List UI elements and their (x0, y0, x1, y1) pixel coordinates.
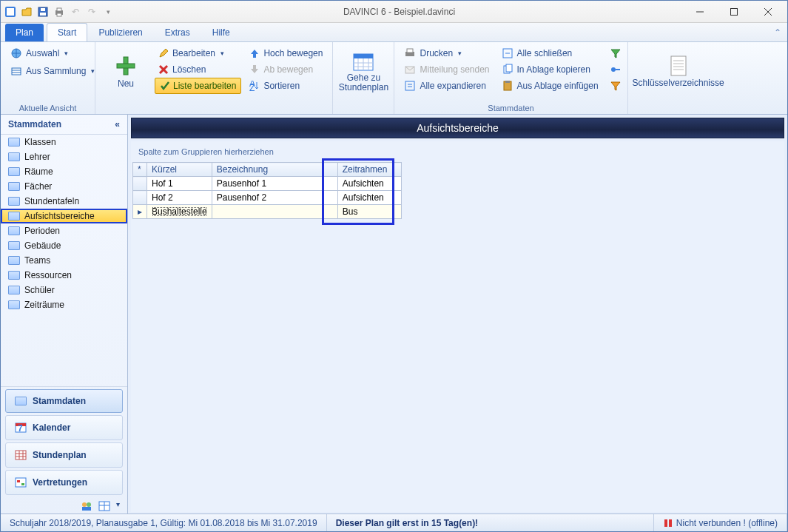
sidebar-item-label: Gebäude (24, 240, 61, 251)
expand-icon (404, 80, 416, 92)
aus-ablage-button[interactable]: Aus Ablage einfügen (498, 78, 602, 94)
tab-extras[interactable]: Extras (154, 23, 201, 41)
ab-label: Ab bewegen (263, 64, 313, 75)
editing-cell[interactable]: Bushaltestelle (152, 206, 207, 217)
sidebar-nav: Stammdaten 7 Kalender Stundenplan Vertre… (1, 386, 127, 515)
neu-button[interactable]: Neu (101, 45, 150, 98)
sidebar-item-raeume[interactable]: Räume (1, 164, 127, 179)
cell-kuerzel[interactable]: Hof 2 (147, 191, 212, 205)
cell-bezeichnung[interactable]: Pausenhof 1 (212, 177, 337, 191)
filter-icon[interactable] (610, 45, 622, 61)
plus-icon (114, 54, 138, 78)
svg-rect-66 (669, 519, 672, 527)
table-row[interactable]: Hof 1 Pausenhof 1 Aufsichten (133, 177, 402, 191)
loeschen-label: Löschen (172, 64, 206, 75)
row-indicator (133, 191, 147, 205)
sidebar-item-perioden[interactable]: Perioden (1, 223, 127, 238)
gehe-zu-label: Gehe zu Stundenplan (339, 73, 388, 92)
cell-kuerzel[interactable]: Hof 1 (147, 177, 212, 191)
redo-icon[interactable]: ↷ (85, 5, 98, 18)
collapse-icon (502, 47, 513, 59)
nav-kalender[interactable]: 7 Kalender (5, 415, 123, 440)
cell-bezeichnung[interactable]: Pausenhof 2 (212, 191, 337, 205)
tool-icon-1[interactable] (610, 61, 622, 78)
cell-zeitrahmen[interactable]: Aufsichten (337, 177, 401, 191)
sortieren-button[interactable]: AZ Sortieren (246, 78, 326, 94)
sidebar-item-gebaeude[interactable]: Gebäude (1, 238, 127, 253)
data-grid[interactable]: * Kürzel Bezeichnung Zeitrahmen Hof 1 Pa… (132, 162, 402, 219)
open-icon[interactable] (20, 5, 33, 18)
hoch-label: Hoch bewegen (263, 48, 323, 58)
group-label-ansicht: Aktuelle Ansicht (7, 102, 89, 112)
print-icon[interactable] (53, 5, 66, 18)
folder-icon (8, 197, 20, 206)
col-header-kuerzel[interactable]: Kürzel (147, 163, 212, 177)
qat-dropdown-icon[interactable]: ▾ (101, 5, 115, 18)
schluesselverzeichnisse-button[interactable]: Schlüsselverzeichnisse (634, 45, 723, 98)
alle-schliessen-button[interactable]: Alle schließen (498, 45, 602, 61)
cell-zeitrahmen[interactable]: Aufsichten (337, 191, 401, 205)
sidebar-item-ressourcen[interactable]: Ressourcen (1, 268, 127, 283)
group-by-hint[interactable]: Spalte zum Gruppieren hierherziehen (131, 141, 784, 162)
alle-expandieren-button[interactable]: Alle expandieren (400, 78, 493, 94)
cell-bezeichnung[interactable] (212, 205, 337, 219)
liste-bearbeiten-button[interactable]: Liste bearbeiten (155, 78, 241, 94)
folder-icon (8, 138, 20, 147)
tab-publizieren[interactable]: Publizieren (87, 23, 153, 41)
tab-start[interactable]: Start (47, 23, 87, 41)
tool-icon-2[interactable] (610, 78, 622, 94)
sidebar-item-lehrer[interactable]: Lehrer (1, 149, 127, 164)
more-icon[interactable]: ▾ (116, 500, 120, 512)
in-ablage-button[interactable]: In Ablage kopieren (498, 61, 602, 78)
bearbeiten-button[interactable]: Bearbeiten▾ (155, 45, 241, 61)
auswahl-button[interactable]: Auswahl▾ (7, 45, 89, 61)
sidebar-header-label: Stammdaten (8, 119, 61, 129)
loeschen-button[interactable]: Löschen (155, 61, 241, 78)
nav-stundenplan[interactable]: Stundenplan (5, 442, 123, 468)
printer-icon (404, 47, 416, 59)
sidebar-item-schueler[interactable]: Schüler (1, 283, 127, 297)
cell-kuerzel[interactable]: Bushaltestelle (147, 205, 212, 219)
sidebar-item-teams[interactable]: Teams (1, 253, 127, 268)
drucken-button[interactable]: Drucken▾ (400, 45, 493, 61)
sidebar-item-faecher[interactable]: Fächer (1, 179, 127, 194)
nav-vertretungen[interactable]: Vertretungen (5, 470, 123, 495)
svg-rect-40 (505, 81, 510, 83)
mitteilung-button[interactable]: Mitteilung senden (400, 61, 493, 78)
svg-rect-13 (12, 68, 21, 75)
sidebar-item-label: Stundentafeln (24, 196, 79, 206)
hoch-bewegen-button[interactable]: Hoch bewegen (246, 45, 326, 61)
cell-zeitrahmen[interactable]: Bus (337, 205, 401, 219)
people-icon[interactable] (81, 500, 92, 512)
file-tab[interactable]: Plan (5, 24, 44, 41)
col-header-bezeichnung[interactable]: Bezeichnung (212, 163, 337, 177)
tab-hilfe[interactable]: Hilfe (201, 23, 241, 41)
close-button[interactable] (752, 1, 784, 22)
table-row-editing[interactable]: ▸ Bushaltestelle Bus (133, 205, 402, 219)
status-right: Nicht verbunden ! (offline) (654, 514, 787, 531)
sidebar-item-stundentafeln[interactable]: Stundentafeln (1, 194, 127, 209)
folder-icon (8, 286, 20, 294)
aus-sammlung-button[interactable]: Aus Sammlung▾ (7, 63, 89, 79)
minimize-button[interactable] (684, 1, 716, 22)
sidebar-item-aufsichtsbereiche[interactable]: Aufsichtsbereiche (1, 209, 127, 223)
table-icon[interactable] (98, 500, 110, 512)
mail-icon (404, 64, 416, 75)
collapse-ribbon-icon[interactable]: ⌃ (774, 27, 781, 38)
maximize-button[interactable] (718, 1, 750, 22)
sidebar-item-zeitraeume[interactable]: Zeiträume (1, 297, 127, 312)
sidebar-item-klassen[interactable]: Klassen (1, 135, 127, 149)
svg-rect-17 (117, 64, 135, 68)
undo-icon[interactable]: ↶ (69, 5, 82, 18)
sidebar-item-label: Schüler (24, 285, 55, 295)
collapse-sidebar-icon[interactable]: « (115, 119, 120, 129)
gehe-zu-stundenplan-button[interactable]: Gehe zu Stundenplan (339, 45, 388, 98)
paste-icon (502, 80, 513, 92)
globe-icon (10, 47, 22, 59)
save-icon[interactable] (36, 5, 50, 18)
col-header-zeitrahmen[interactable]: Zeitrahmen (337, 163, 401, 177)
ab-bewegen-button[interactable]: Ab bewegen (246, 61, 326, 78)
table-row[interactable]: Hof 2 Pausenhof 2 Aufsichten (133, 191, 402, 205)
nav-stammdaten[interactable]: Stammdaten (5, 389, 123, 413)
ribbon-tabs: Plan Start Publizieren Extras Hilfe ⌃ (1, 23, 787, 42)
